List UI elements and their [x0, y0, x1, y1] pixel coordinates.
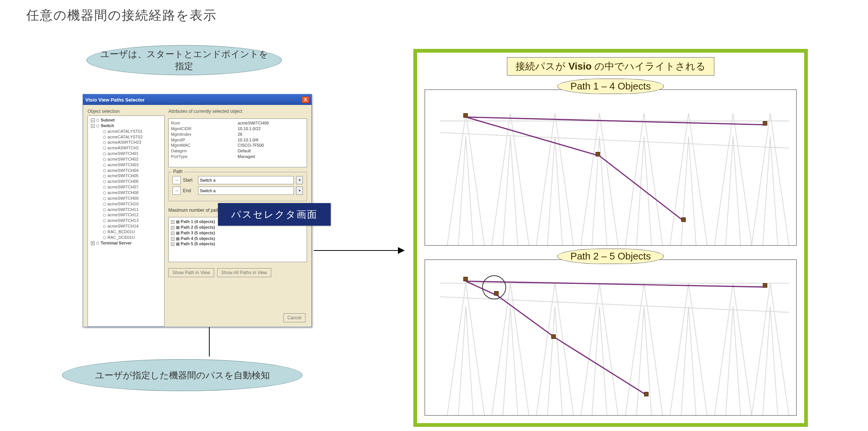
path-group-legend: Path	[172, 169, 184, 174]
attr-value: Default	[238, 148, 305, 154]
tree-node[interactable]: RAC_BCD01U	[90, 229, 162, 235]
path1-node	[681, 217, 686, 222]
path1-node	[463, 113, 468, 118]
attr-key: MgmtMAC	[171, 143, 238, 148]
end-label: End	[183, 188, 196, 193]
svg-line-10	[555, 338, 648, 396]
tree-node[interactable]: acmeASWITCH23	[90, 140, 162, 145]
tree-node[interactable]: acmeSWITCH02	[90, 156, 162, 162]
tree-node[interactable]: acmeSWITCH14	[90, 223, 162, 229]
tree-node[interactable]: acmeASWITCH1	[90, 145, 162, 151]
end-dropdown-icon[interactable]: ▾	[296, 187, 303, 195]
path1-label: Path 1 – 4 Objects	[557, 79, 664, 94]
svg-line-7	[466, 281, 767, 287]
object-tree[interactable]: −Subnet−SwitchacmeCATALYST01acmeCATALYST…	[88, 115, 165, 327]
object-selection-label: Object selection	[88, 109, 165, 114]
attr-key: PortType	[171, 154, 238, 159]
path2-node	[644, 392, 649, 396]
path-result-row[interactable]: +▦ Path 3 (5 objects)	[171, 230, 304, 236]
attributes-label: Attributes of currently selected object	[168, 109, 307, 114]
path2-node	[763, 283, 767, 288]
path1-node	[596, 152, 600, 156]
tree-node[interactable]: acmeSWITCH05	[90, 173, 162, 179]
callout-start-end: ユーザは、スタートとエンドポイントを指定	[86, 45, 282, 75]
path1-diagram	[425, 90, 797, 246]
attr-value: 10.10.1.0/8	[238, 137, 305, 143]
start-dropdown-icon[interactable]: ▾	[296, 176, 303, 184]
path1-node	[763, 121, 767, 126]
callout-auto-detect: ユーザが指定した機器間のパスを自動検知	[62, 359, 302, 391]
path2-node	[463, 277, 468, 281]
visio-highlight-panel: 接続パスが Visio の中でハイライトされる Path 1 – 4 Objec…	[413, 49, 808, 427]
attr-key: Root	[171, 120, 238, 126]
cancel-button[interactable]: Cancel	[283, 313, 305, 322]
attr-key: MgmtIP	[171, 137, 238, 143]
tree-node[interactable]: acmeSWITCH08	[90, 190, 162, 196]
tree-node[interactable]: acmeSWITCH03	[90, 162, 162, 168]
path-result-row[interactable]: +▦ Path 4 (5 objects)	[171, 236, 304, 241]
end-input[interactable]	[198, 187, 294, 195]
attr-value: Managed	[238, 154, 305, 159]
attr-key: MgmtCIDR	[171, 126, 238, 132]
attr-key: MgmtIndex	[171, 132, 238, 137]
tree-node[interactable]: acmeCATALYST01	[90, 129, 162, 134]
svg-line-4	[599, 156, 685, 222]
attr-value: 10.10.1.0/22	[238, 126, 305, 132]
dialog-titlebar[interactable]: Visio View Paths Selector X	[83, 94, 312, 105]
tree-node[interactable]: +Terminal Server	[90, 240, 162, 246]
tree-node[interactable]: acmeCATALYST02	[90, 134, 162, 140]
show-all-paths-button[interactable]: Show All Paths in View	[217, 268, 271, 277]
banner-post: の中でハイライトされる	[591, 61, 705, 72]
show-path-button[interactable]: Show Path in View	[168, 268, 214, 277]
tree-node[interactable]: acmeSWITCH04	[90, 168, 162, 173]
path2-node	[551, 334, 556, 339]
tree-node[interactable]: −Subnet	[90, 117, 162, 123]
svg-line-2	[466, 117, 767, 125]
start-assign-button[interactable]: →	[172, 176, 181, 184]
tree-node[interactable]: acmeSWITCH11	[90, 207, 162, 212]
tree-node[interactable]: acmeSWITCH12	[90, 212, 162, 218]
attr-key: Datagrm	[171, 148, 238, 154]
attributes-panel[interactable]: RootMgmtCIDRMgmtIndexMgmtIPMgmtMACDatagr…	[168, 118, 307, 167]
svg-line-3	[466, 117, 600, 156]
dialog-title: Visio View Paths Selector	[85, 97, 145, 103]
path1-topology	[425, 90, 796, 245]
path-result-row[interactable]: +▦ Path 5 (5 objects)	[171, 241, 304, 247]
end-assign-button[interactable]: →	[172, 187, 181, 195]
max-paths-label: Maximum number of paths	[168, 208, 222, 213]
tree-node[interactable]: acmeSWITCH13	[90, 218, 162, 223]
start-label: Start	[183, 178, 196, 183]
svg-line-9	[498, 296, 555, 338]
tree-node[interactable]: −Switch	[90, 123, 162, 129]
visio-banner: 接続パスが Visio の中でハイライトされる	[507, 57, 714, 76]
banner-pre: 接続パスが	[516, 61, 568, 72]
start-input[interactable]	[198, 176, 294, 184]
tree-node[interactable]: acmeSWITCH06	[90, 179, 162, 184]
path-selector-overlay-label: パスセレクタ画面	[218, 203, 331, 226]
arrow-to-visio-icon	[314, 250, 404, 251]
attr-value: acmeSWITCH08	[238, 120, 305, 126]
path2-label: Path 2 – 5 Objects	[557, 249, 664, 264]
attr-value: CISCO-7F500	[238, 143, 305, 148]
page-title: 任意の機器間の接続経路を表示	[26, 7, 217, 24]
tree-node[interactable]: acmeSWITCH07	[90, 184, 162, 190]
tree-node[interactable]: acmeSWITCH01	[90, 151, 162, 156]
path2-topology	[425, 260, 796, 415]
tree-node[interactable]: acmeSWITCH09	[90, 196, 162, 201]
attr-value: 28	[238, 132, 305, 137]
banner-bold: Visio	[569, 61, 592, 72]
close-button[interactable]: X	[302, 96, 309, 103]
highlight-circle-icon	[482, 275, 506, 299]
path-group: Path → Start ▾ → End ▾	[168, 172, 307, 201]
tree-node[interactable]: RAC_DCE01U	[90, 235, 162, 240]
tree-node[interactable]: acmeSWITCH10	[90, 201, 162, 207]
path2-diagram	[425, 260, 797, 416]
